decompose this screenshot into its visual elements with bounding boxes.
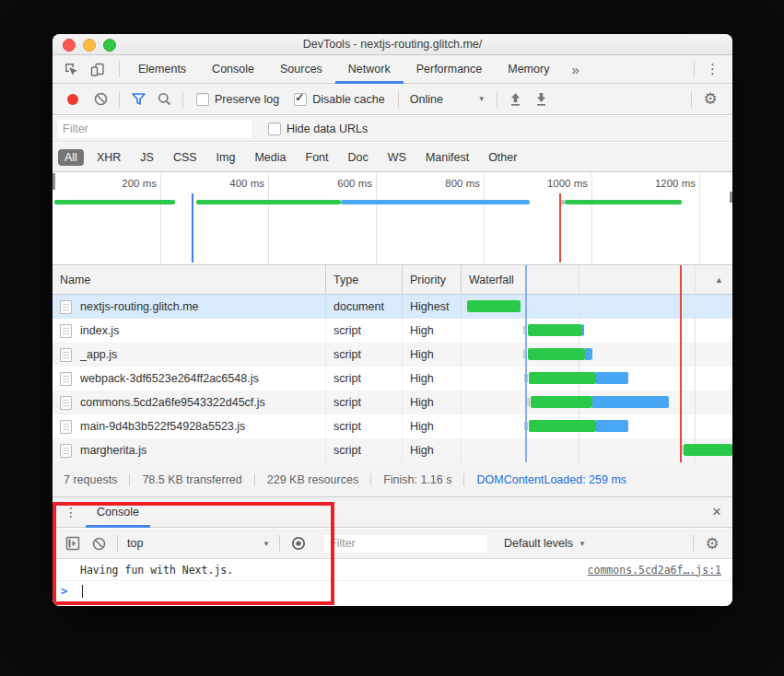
checkbox-box[interactable] xyxy=(294,93,307,106)
tab-memory[interactable]: Memory xyxy=(495,55,562,84)
console-filter-input[interactable] xyxy=(324,535,487,553)
console-settings-gear-icon[interactable]: ⚙ xyxy=(702,533,722,554)
console-toolbar: top ▼ Default levels ▼ ⚙ xyxy=(53,529,732,559)
tab-console[interactable]: Console xyxy=(199,55,267,84)
load-event-line xyxy=(559,193,561,262)
type-filter-xhr[interactable]: XHR xyxy=(90,149,127,166)
overview-left-handle[interactable] xyxy=(53,173,55,190)
drawer-menu-kebab-icon[interactable]: ⋮ xyxy=(53,505,86,519)
type-filter-media[interactable]: Media xyxy=(248,149,292,166)
column-header-type[interactable]: Type xyxy=(326,265,403,294)
table-row[interactable]: nextjs-routing.glitch.medocumentHighest xyxy=(53,295,732,319)
record-network-log-button[interactable] xyxy=(67,94,78,105)
request-name: index.js xyxy=(80,324,119,337)
clear-network-log-icon[interactable] xyxy=(90,89,111,110)
type-filter-all[interactable]: All xyxy=(58,149,84,166)
overview-activity-bar xyxy=(565,200,682,204)
waterfall-green-bar xyxy=(529,372,596,384)
type-filter-css[interactable]: CSS xyxy=(167,149,204,166)
overview-right-handle[interactable] xyxy=(730,192,732,203)
chevron-down-icon: ▼ xyxy=(579,540,586,548)
type-filter-manifest[interactable]: Manifest xyxy=(419,149,475,166)
filter-funnel-icon[interactable] xyxy=(128,89,148,110)
request-priority: High xyxy=(403,438,462,462)
live-expression-eye-icon[interactable] xyxy=(288,533,309,554)
console-message-source-link[interactable]: commons.5cd2a6f….js:1 xyxy=(588,564,721,577)
request-name-cell: margherita.js xyxy=(53,438,326,462)
tab-sources[interactable]: Sources xyxy=(267,55,335,84)
close-window-button[interactable] xyxy=(63,39,76,52)
tab-elements[interactable]: Elements xyxy=(125,55,199,84)
more-tabs-chevron[interactable]: » xyxy=(562,62,588,77)
javascript-context-dropdown[interactable]: top ▼ xyxy=(127,537,270,550)
chevron-down-icon: ▼ xyxy=(478,95,486,103)
waterfall-green-bar xyxy=(531,396,592,408)
zoom-window-button[interactable] xyxy=(103,39,116,52)
console-message-text: Having fun with Next.js. xyxy=(80,564,588,577)
window-title: DevTools - nextjs-routing.glitch.me/ xyxy=(303,38,483,51)
hide-data-urls-checkbox[interactable]: Hide data URLs xyxy=(268,122,368,135)
table-row[interactable]: commons.5cd2a6fe9543322d45cf.jsscriptHig… xyxy=(53,390,732,414)
timeline-gridline xyxy=(591,173,592,264)
table-row[interactable]: _app.jsscriptHigh xyxy=(53,343,732,367)
waterfall-queue-tick xyxy=(524,422,528,430)
type-filter-other[interactable]: Other xyxy=(482,149,523,166)
throttling-dropdown[interactable]: Online ▼ xyxy=(410,93,486,106)
preserve-log-label: Preserve log xyxy=(215,93,279,106)
hide-data-urls-label: Hide data URLs xyxy=(287,122,368,135)
clear-console-icon[interactable] xyxy=(88,533,109,554)
throttling-value: Online xyxy=(410,93,443,106)
overview-activity-bar xyxy=(54,200,175,204)
network-filter-input[interactable] xyxy=(58,120,252,138)
type-filter-doc[interactable]: Doc xyxy=(342,149,375,166)
table-row[interactable]: webpack-3df6523e264ff2ac6548.jsscriptHig… xyxy=(53,367,732,390)
log-levels-dropdown[interactable]: Default levels ▼ xyxy=(504,537,586,550)
checkbox-box[interactable] xyxy=(196,93,209,106)
main-menu-kebab-icon[interactable]: ⋮ xyxy=(700,61,725,77)
requests-count: 7 requests xyxy=(64,473,130,486)
divider xyxy=(691,91,692,108)
disable-cache-checkbox[interactable]: Disable cache xyxy=(294,93,385,106)
console-prompt[interactable]: > xyxy=(53,581,732,601)
waterfall-green-bar xyxy=(467,300,521,312)
type-filter-ws[interactable]: WS xyxy=(381,149,413,166)
column-header-name[interactable]: Name xyxy=(53,265,326,294)
table-row[interactable]: index.jsscriptHigh xyxy=(53,319,732,343)
type-filter-img[interactable]: Img xyxy=(210,149,242,166)
overview-activity-bar xyxy=(196,200,341,204)
divider xyxy=(117,535,118,552)
request-name-cell: nextjs-routing.glitch.me xyxy=(53,295,326,319)
inspect-element-icon[interactable] xyxy=(62,60,80,78)
table-row[interactable]: main-9d4b3b522f54928a5523.jsscriptHigh xyxy=(53,414,732,438)
import-har-icon[interactable] xyxy=(506,89,526,110)
devtools-tabbar: ElementsConsoleSourcesNetworkPerformance… xyxy=(53,55,732,84)
tab-performance[interactable]: Performance xyxy=(404,55,496,84)
timeline-tick-label: 600 ms xyxy=(302,178,372,189)
export-har-icon[interactable] xyxy=(532,89,552,110)
column-header-waterfall[interactable]: Waterfall ▲ xyxy=(462,265,732,294)
minimize-window-button[interactable] xyxy=(83,39,96,52)
waterfall-cell xyxy=(462,438,732,462)
type-filter-js[interactable]: JS xyxy=(134,149,160,166)
waterfall-cell xyxy=(462,295,732,319)
checkbox-box[interactable] xyxy=(268,122,281,135)
tab-console-drawer[interactable]: Console xyxy=(86,497,150,528)
request-name-cell: commons.5cd2a6fe9543322d45cf.js xyxy=(53,390,326,414)
column-header-priority[interactable]: Priority xyxy=(403,265,462,294)
network-settings-gear-icon[interactable]: ⚙ xyxy=(700,89,720,110)
preserve-log-checkbox[interactable]: Preserve log xyxy=(196,93,279,106)
table-row[interactable]: margherita.jsscriptHigh xyxy=(53,438,732,462)
waterfall-green-bar xyxy=(684,444,732,456)
tab-network[interactable]: Network xyxy=(335,55,404,84)
type-filter-font[interactable]: Font xyxy=(299,149,335,166)
request-type: script xyxy=(326,343,403,367)
network-overview-timeline[interactable]: 200 ms400 ms600 ms800 ms1000 ms1200 ms xyxy=(53,173,732,265)
network-filter-row: Hide data URLs xyxy=(53,116,732,142)
console-sidebar-toggle-icon[interactable] xyxy=(63,533,83,554)
close-drawer-icon[interactable]: × xyxy=(712,503,721,521)
waterfall-blue-bar xyxy=(596,420,628,432)
search-icon[interactable] xyxy=(154,89,174,110)
device-toolbar-icon[interactable] xyxy=(88,60,106,78)
devtools-window: DevTools - nextjs-routing.glitch.me/ Ele… xyxy=(53,34,732,606)
divider xyxy=(119,61,120,77)
